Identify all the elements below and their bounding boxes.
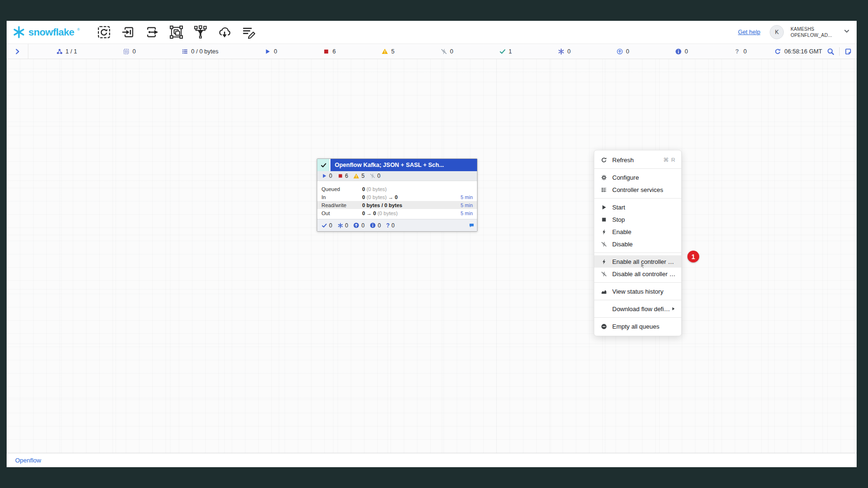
statusbar-divider: [839, 47, 840, 56]
bolt-slash-icon: [370, 173, 375, 179]
breadcrumb-root-link[interactable]: Openflow: [15, 457, 41, 464]
submenu-arrow-icon: [671, 305, 676, 313]
menu-item-stop[interactable]: Stop: [594, 213, 681, 226]
snowflake-logo-icon: [12, 26, 26, 39]
cluster-icon: [56, 48, 63, 55]
menu-item-label: Enable: [612, 228, 676, 235]
menu-divider: [594, 168, 681, 169]
process-group-valid-check-icon: [317, 159, 330, 171]
stop-icon: [323, 48, 330, 55]
menu-item-view-status-history[interactable]: View status history: [594, 285, 681, 297]
user-account-block[interactable]: KAMESHS OPENFLOW_AD...: [790, 26, 832, 39]
stat-value-muted: (0 bytes): [366, 186, 387, 192]
status-disabled-value: 0: [450, 48, 453, 55]
status-running: 0: [264, 48, 277, 55]
last-refresh-time[interactable]: 06:58:16 GMT: [774, 48, 822, 55]
status-stale-value: 0: [626, 48, 629, 55]
process-group-openflow-kafka[interactable]: Openflow Kafka; JSON + SASL + Sch... 0 6…: [317, 158, 477, 232]
stat-row-out: Out 0 → 0 (0 bytes) 5 min: [317, 209, 477, 217]
openflow-app-window: snowflake ® Get help K KAMESHS OPENFLOW_…: [7, 21, 857, 467]
menu-item-refresh[interactable]: Refresh⌘ R: [594, 154, 681, 166]
menu-item-label: Disable all controller services: [612, 270, 676, 278]
flow-status-bar: 1 / 100 / 0 bytes065010000 06:58:16 GMT: [7, 44, 857, 59]
menu-item-label: View status history: [612, 288, 676, 295]
stat-value: 0: [362, 186, 365, 192]
bolt-icon: [601, 229, 607, 235]
arrow-up-circle-icon: [353, 222, 359, 228]
input-port-component-icon[interactable]: [120, 24, 136, 40]
arrow-right-glyph: →: [388, 194, 393, 200]
comment-bubble-icon[interactable]: [469, 223, 474, 229]
stat-row-in: In 0 (0 bytes) → 0 5 min: [317, 193, 477, 201]
menu-item-label: Configure: [612, 174, 676, 181]
status-connected-nodes: 1 / 1: [56, 48, 77, 55]
menu-item-controller-services[interactable]: Controller services: [594, 183, 681, 196]
gear-icon: [601, 174, 607, 181]
stat-label: Read/write: [321, 202, 362, 208]
chevron-down-icon[interactable]: [843, 28, 850, 36]
stat-label: Queued: [321, 186, 362, 192]
menu-item-download-flow-definition[interactable]: Download flow definition: [594, 303, 681, 315]
flow-canvas[interactable]: Openflow Kafka; JSON + SASL + Sch... 0 6…: [7, 59, 857, 453]
remote-process-group-component-icon[interactable]: [217, 24, 233, 40]
stale-count: 0: [361, 222, 365, 229]
services-icon: [601, 187, 607, 193]
snowflake-logo: snowflake ®: [12, 26, 80, 39]
stop-icon: [601, 217, 607, 223]
stat-value: 0 → 0: [362, 210, 376, 216]
status-active-threads: 0: [123, 48, 136, 55]
menu-item-label: Download flow definition: [612, 305, 671, 313]
bolt-slash-icon: [601, 241, 607, 247]
status-stopped-value: 6: [332, 48, 336, 55]
stat-window: 5 min: [460, 210, 473, 216]
menu-item-label: Start: [612, 204, 676, 211]
expand-sidebar-button[interactable]: [7, 44, 28, 59]
asterisk-icon: [558, 48, 564, 55]
search-button[interactable]: [827, 48, 834, 55]
question-icon: ?: [386, 222, 390, 229]
status-locally-modified-stale: 0: [675, 48, 688, 55]
topbar-right: Get help K KAMESHS OPENFLOW_AD...: [738, 25, 850, 39]
flow-summary-button[interactable]: [844, 48, 852, 55]
status-locally-modified-stale-value: 0: [685, 48, 688, 55]
menu-item-disable-all-controller-services[interactable]: Disable all controller services: [594, 268, 681, 280]
processor-component-icon[interactable]: [96, 24, 112, 40]
question-icon: [734, 48, 740, 55]
status-locally-modified-value: 0: [567, 48, 571, 55]
refresh-icon: [601, 157, 607, 163]
label-component-icon[interactable]: [241, 24, 257, 40]
process-group-title: Openflow Kafka; JSON + SASL + Sch...: [330, 159, 477, 171]
menu-divider: [594, 317, 681, 318]
process-group-component-icon[interactable]: [168, 24, 184, 40]
process-group-header: Openflow Kafka; JSON + SASL + Sch...: [317, 159, 477, 171]
avatar[interactable]: K: [770, 25, 784, 39]
process-group-stats: Queued 0 (0 bytes) In 0 (0 bytes) → 0 5 …: [317, 181, 477, 217]
status-up-to-date: 1: [499, 48, 512, 55]
menu-item-empty-all-queues[interactable]: Empty all queues: [594, 320, 681, 332]
user-name: KAMESHS: [790, 26, 832, 33]
stat-value-muted: (0 bytes): [366, 194, 387, 200]
invalid-count: 5: [361, 173, 365, 179]
menu-item-enable-all-controller-services[interactable]: Enable all controller services: [594, 255, 681, 268]
stat-label: In: [321, 194, 362, 200]
up-to-date-count: 0: [329, 222, 332, 229]
status-invalid-value: 5: [391, 48, 394, 55]
status-sync-failure-value: 0: [743, 48, 746, 55]
funnel-component-icon[interactable]: [192, 24, 208, 40]
output-port-component-icon[interactable]: [144, 24, 160, 40]
status-sync-failure: 0: [734, 48, 746, 55]
disabled-count: 0: [377, 173, 381, 179]
stat-value: 0: [362, 194, 365, 200]
menu-item-disable[interactable]: Disable: [594, 238, 681, 250]
get-help-link[interactable]: Get help: [738, 29, 760, 35]
menu-item-label: Disable: [612, 241, 676, 248]
locally-modified-count: 0: [345, 222, 348, 229]
stat-label: Out: [321, 210, 362, 216]
statusbar-right: 06:58:16 GMT: [774, 47, 857, 56]
menu-item-configure[interactable]: Configure: [594, 171, 681, 183]
check-icon: [321, 223, 327, 228]
menu-item-enable[interactable]: Enable: [594, 226, 681, 238]
menu-item-start[interactable]: Start: [594, 201, 681, 213]
search-icon: [827, 48, 834, 55]
status-up-to-date-value: 1: [509, 48, 512, 55]
